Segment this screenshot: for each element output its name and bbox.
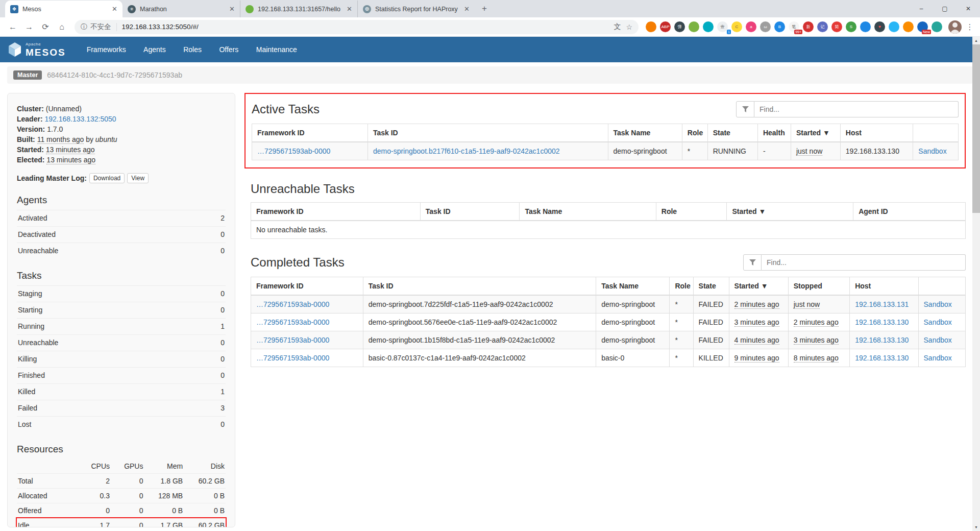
close-button[interactable]: ✕	[957, 0, 980, 17]
extension-icon[interactable]: 简	[831, 21, 842, 32]
col-state[interactable]: State	[693, 277, 729, 296]
extension-icon[interactable]	[932, 21, 942, 32]
extension-icon[interactable]	[646, 21, 656, 32]
completed-tasks-find-input[interactable]	[762, 254, 966, 271]
extension-icon[interactable]: B	[774, 21, 785, 32]
host-link[interactable]: 192.168.133.130	[855, 318, 909, 326]
col-task-name[interactable]: Task Name	[520, 203, 656, 221]
nav-item-frameworks[interactable]: Frameworks	[79, 37, 134, 62]
url-text[interactable]: 192.168.133.132:5050/#/	[122, 23, 609, 31]
tab-close-icon[interactable]: ✕	[347, 5, 352, 13]
mesos-logo[interactable]: Apache MESOS	[8, 42, 66, 57]
sandbox-link[interactable]: Sandbox	[924, 318, 952, 326]
active-tasks-find-input[interactable]	[754, 101, 959, 117]
extension-icon[interactable]: ♥	[874, 21, 885, 32]
browser-menu-icon[interactable]: ⋮	[965, 22, 975, 32]
col-task-id[interactable]: Task ID	[420, 203, 520, 221]
host-link[interactable]: 192.168.133.130	[855, 336, 909, 344]
col-task-name[interactable]: Task Name	[596, 277, 670, 296]
sandbox-link[interactable]: Sandbox	[924, 300, 952, 308]
tab-close-icon[interactable]: ✕	[112, 5, 117, 13]
nav-item-maintenance[interactable]: Maintenance	[249, 37, 305, 62]
framework-id-link[interactable]: …7295671593ab-0000	[256, 336, 329, 344]
extension-icon[interactable]: ω	[760, 21, 771, 32]
framework-id-link[interactable]: …7295671593ab-0000	[256, 318, 329, 326]
address-bar[interactable]: ⓘ 不安全 192.168.133.132:5050/#/ 文 ☆	[75, 20, 639, 34]
leader-link[interactable]: 192.168.133.132:5050	[44, 115, 116, 123]
extension-icon[interactable]: C	[731, 21, 742, 32]
page-scrollbar[interactable]: ▲ ▼	[972, 37, 980, 531]
col-state[interactable]: State	[707, 124, 757, 142]
stat-value: 0	[220, 230, 225, 239]
col-task-id[interactable]: Task ID	[368, 124, 608, 142]
filter-funnel-icon[interactable]	[736, 101, 754, 117]
download-log-button[interactable]: Download	[89, 173, 125, 183]
maximize-button[interactable]: ▢	[933, 0, 957, 17]
extension-icon[interactable]: 新	[803, 21, 814, 32]
col-health[interactable]: Health	[757, 124, 791, 142]
extension-icon[interactable]: S	[846, 21, 856, 32]
host-link[interactable]: 192.168.133.130	[855, 354, 909, 362]
profile-avatar[interactable]	[948, 20, 962, 34]
translate-icon[interactable]: 文	[614, 22, 621, 32]
col-task-name[interactable]: Task Name	[608, 124, 682, 142]
new-tab-button[interactable]: +	[477, 1, 492, 16]
extension-icon[interactable]	[903, 21, 914, 32]
col-role[interactable]: Role	[656, 203, 727, 221]
info-icon[interactable]: ⓘ	[81, 22, 87, 32]
task-id-link[interactable]: demo-springboot.b217f610-c1a5-11e9-aaf9-…	[373, 147, 560, 155]
framework-id-link[interactable]: …7295671593ab-0000	[256, 300, 329, 308]
extension-icon[interactable]	[689, 21, 699, 32]
extension-icon[interactable]: 记	[817, 21, 828, 32]
col-task-id[interactable]: Task ID	[363, 277, 596, 296]
col-stopped[interactable]: Stopped	[788, 277, 849, 296]
col-framework-id[interactable]: Framework ID	[252, 124, 368, 142]
col-started[interactable]: Started ▼	[791, 124, 840, 142]
scrollbar-thumb[interactable]	[972, 44, 980, 213]
home-icon[interactable]: ⌂	[54, 19, 69, 35]
stat-row: Lost 0	[17, 416, 226, 432]
sandbox-link[interactable]: Sandbox	[924, 354, 952, 362]
extension-icon[interactable]: 壹1	[717, 21, 728, 32]
reload-icon[interactable]: ⟳	[38, 19, 53, 35]
tab-close-icon[interactable]: ✕	[464, 5, 470, 13]
bookmark-star-icon[interactable]: ☆	[626, 23, 632, 31]
col-host[interactable]: Host	[850, 277, 918, 296]
nav-item-agents[interactable]: Agents	[136, 37, 174, 62]
col-framework-id[interactable]: Framework ID	[251, 277, 363, 296]
col-host[interactable]: Host	[840, 124, 913, 142]
extension-icon[interactable]: ABP	[660, 21, 671, 32]
sandbox-link[interactable]: Sandbox	[918, 147, 946, 155]
scroll-down-icon[interactable]: ▼	[972, 523, 980, 531]
framework-id-link[interactable]: …7295671593ab-0000	[257, 147, 330, 155]
col-agent-id[interactable]: Agent ID	[853, 203, 966, 221]
filter-funnel-icon[interactable]	[743, 254, 762, 271]
forward-icon[interactable]: →	[21, 19, 37, 35]
extension-icon[interactable]	[703, 21, 714, 32]
col-role[interactable]: Role	[682, 124, 707, 142]
minimize-button[interactable]: –	[910, 0, 933, 17]
nav-item-roles[interactable]: Roles	[176, 37, 209, 62]
col-role[interactable]: Role	[670, 277, 693, 296]
extension-icon[interactable]: a	[746, 21, 756, 32]
scroll-up-icon[interactable]: ▲	[972, 37, 980, 44]
framework-id-link[interactable]: …7295671593ab-0000	[256, 354, 329, 362]
sandbox-link[interactable]: Sandbox	[924, 336, 952, 344]
tab-close-icon[interactable]: ✕	[229, 5, 235, 13]
extension-icon[interactable]	[889, 21, 899, 32]
extension-icon[interactable]: New	[917, 21, 928, 32]
extension-icon[interactable]: 弹	[674, 21, 685, 32]
tab-haproxy[interactable]: Statistics Report for HAProxy ✕	[357, 1, 475, 17]
col-started[interactable]: Started ▼	[727, 203, 853, 221]
col-started[interactable]: Started ▼	[729, 277, 788, 296]
col-framework-id[interactable]: Framework ID	[251, 203, 421, 221]
extension-icon[interactable]	[860, 21, 871, 32]
tab-marathon[interactable]: Marathon ✕	[122, 1, 240, 17]
host-link[interactable]: 192.168.133.131	[855, 300, 909, 308]
tab-mesos[interactable]: Mesos ✕	[5, 1, 122, 17]
extension-icon[interactable]: 笔99+	[789, 21, 799, 32]
tab-hello[interactable]: 192.168.133.131:31657/hello ✕	[240, 1, 357, 17]
nav-item-offers[interactable]: Offers	[211, 37, 246, 62]
back-icon[interactable]: ←	[5, 19, 20, 35]
view-log-button[interactable]: View	[127, 173, 149, 183]
